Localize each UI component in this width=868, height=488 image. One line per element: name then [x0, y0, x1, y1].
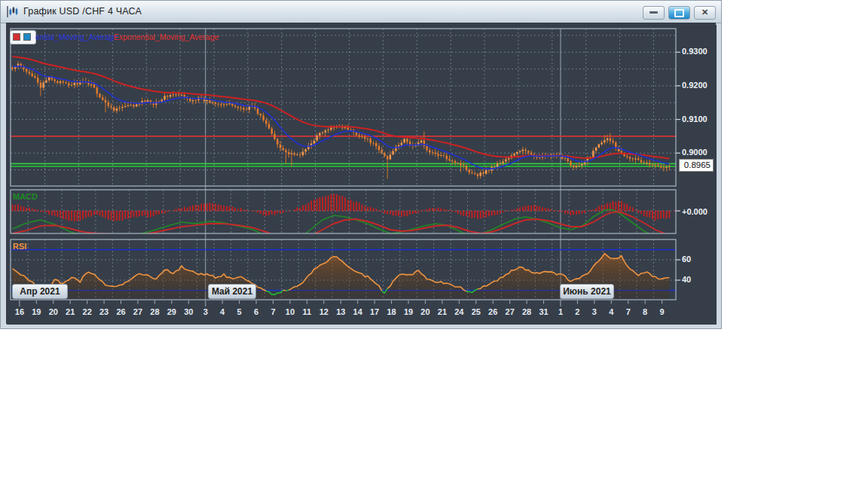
macd-label: MACD: [13, 192, 38, 201]
x-axis-date: 21: [433, 307, 451, 316]
red-square-button[interactable]: [13, 33, 20, 41]
rsi-tick-40: 40: [682, 275, 717, 284]
x-axis-date: 31: [535, 307, 553, 316]
x-axis-date: 22: [78, 307, 96, 316]
price-tick-label: 0.9200: [682, 81, 717, 90]
blue-square-button[interactable]: [23, 33, 31, 41]
month-button-jun[interactable]: Июнь 2021: [560, 284, 614, 299]
x-axis-date: 8: [636, 307, 654, 316]
x-axis-date: 7: [619, 307, 637, 316]
price-tick-label: 0.9100: [682, 114, 717, 124]
x-axis-date: 11: [298, 307, 316, 316]
x-axis-date: 19: [399, 307, 417, 316]
x-axis-date: 6: [247, 307, 265, 316]
x-axis-date: 27: [129, 307, 147, 316]
x-axis-date: 20: [416, 307, 434, 316]
x-axis-date: 7: [264, 307, 283, 316]
x-axis-date: 19: [27, 307, 45, 316]
x-axis-date: 3: [585, 307, 604, 316]
x-axis-date: 23: [95, 307, 113, 316]
x-axis-date: 5: [231, 307, 249, 316]
x-axis-date: 29: [163, 307, 181, 316]
month-button-may[interactable]: Май 2021: [208, 284, 256, 299]
x-axis-date: 10: [281, 307, 299, 316]
x-axis-date: 4: [602, 307, 620, 316]
ema-fast-legend: ential_Moving_Average: [35, 32, 118, 41]
x-axis-date: 21: [61, 307, 79, 316]
x-axis-date: 24: [450, 307, 468, 316]
x-axis-date: 4: [213, 307, 231, 316]
month-button-apr[interactable]: Апр 2021: [12, 284, 68, 299]
x-axis-date: 16: [11, 307, 29, 316]
current-price-label: 0.8965: [679, 159, 714, 172]
x-axis-date: 28: [518, 307, 536, 316]
macd-axis-value: +0.000: [682, 207, 717, 216]
x-axis-date: 13: [332, 307, 350, 316]
x-axis-date: 30: [179, 307, 197, 316]
rsi-tick-60: 60: [682, 255, 717, 264]
x-axis-date: 26: [112, 307, 130, 316]
x-axis-date: 3: [197, 307, 215, 316]
x-axis-date: 27: [501, 307, 519, 316]
x-axis-date: 14: [349, 307, 367, 316]
indicator-buttons: [10, 30, 36, 44]
ema-slow-legend: Exponential_Moving_Average: [114, 32, 219, 41]
x-axis-date: 12: [315, 307, 333, 316]
x-axis-date: 20: [44, 307, 63, 316]
x-axis-date: 18: [383, 307, 401, 316]
price-tick-label: 0.9000: [682, 148, 717, 157]
x-axis-date: 1: [552, 307, 570, 316]
x-axis-date: 9: [653, 307, 671, 316]
x-axis-date: 17: [365, 307, 384, 316]
chart-canvas[interactable]: [0, 0, 722, 329]
x-axis-date: 26: [484, 307, 502, 316]
price-tick-label: 0.9300: [682, 47, 717, 56]
x-axis-date: 2: [568, 307, 586, 316]
rsi-label: RSI: [13, 242, 26, 251]
x-axis-date: 25: [467, 307, 485, 316]
x-axis-date: 28: [145, 307, 164, 316]
